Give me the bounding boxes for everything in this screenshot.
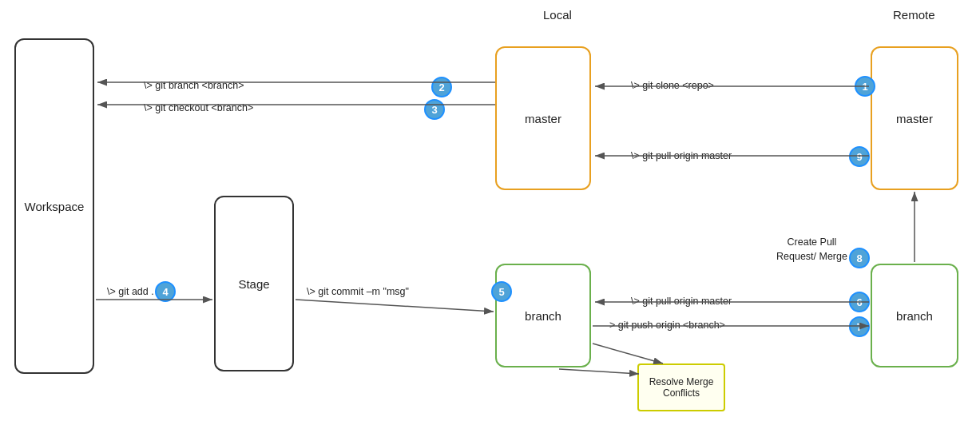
cmd9: \> git pull origin master: [631, 150, 732, 161]
box-local-master: master: [495, 46, 591, 190]
resolve-label: Resolve Merge Conflicts: [649, 376, 714, 399]
label-remote: Remote: [893, 8, 935, 22]
badge-3: 3: [424, 99, 445, 120]
arrows-svg: [0, 0, 980, 425]
cmd1: \> git clone <repo>: [631, 80, 714, 91]
workspace-label: Workspace: [25, 200, 85, 213]
box-remote-branch: branch: [871, 264, 958, 367]
cmd4: \> git add .: [107, 286, 154, 297]
badge-8: 8: [849, 248, 870, 268]
cmd8: Create PullRequest/ Merge: [776, 236, 847, 264]
remote-branch-label: branch: [896, 309, 933, 323]
svg-line-11: [559, 369, 639, 374]
box-workspace: Workspace: [14, 38, 94, 374]
diagram: Local Remote Workspace Stage master bran…: [0, 0, 980, 425]
cmd7: > git push origin <branch>: [609, 320, 725, 331]
local-branch-label: branch: [525, 309, 561, 323]
local-master-label: master: [525, 112, 561, 125]
label-local: Local: [543, 8, 572, 22]
svg-line-12: [593, 344, 663, 363]
badge-4: 4: [155, 281, 176, 302]
cmd2: \> git branch <branch>: [144, 80, 244, 91]
badge-5: 5: [491, 281, 512, 302]
box-stage: Stage: [214, 196, 294, 371]
stage-label: Stage: [238, 277, 269, 291]
badge-6: 6: [849, 292, 870, 312]
badge-1: 1: [855, 76, 875, 97]
remote-master-label: master: [896, 112, 933, 125]
badge-2: 2: [431, 77, 452, 97]
box-local-branch: branch: [495, 264, 591, 367]
cmd5: \> git commit –m "msg": [307, 286, 409, 297]
svg-line-7: [296, 300, 494, 312]
cmd3: \> git checkout <branch>: [144, 102, 253, 113]
badge-7: 7: [849, 316, 870, 337]
badge-9: 9: [849, 146, 870, 167]
box-remote-master: master: [871, 46, 958, 190]
box-resolve: Resolve Merge Conflicts: [637, 363, 725, 411]
cmd6: \> git pull origin master: [631, 296, 732, 307]
